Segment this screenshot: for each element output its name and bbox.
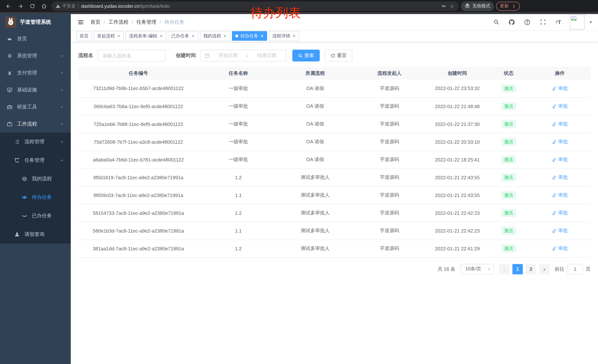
close-icon[interactable]: ✕ [159,33,163,38]
avatar[interactable] [570,15,585,29]
status-badge: 激活 [501,226,516,235]
approve-link[interactable]: 审批 [552,227,568,234]
date-range-picker[interactable]: 开始日期 - 结束日期 [200,50,286,61]
close-icon[interactable]: ✕ [292,33,296,38]
password-key-icon[interactable] [441,3,447,9]
app-shell: 芋道管理系统 首页 系统管理 ¥ 支付管理 基础设施 [0,14,598,364]
browser-home-button[interactable] [39,1,49,11]
cell-actions: 审批 [529,115,590,133]
cell-status: 激活 [488,222,529,240]
edit-pencil-icon [552,246,557,251]
breadcrumb-task-mgmt[interactable]: 任务管理 [137,19,157,25]
prev-page-button[interactable]: ‹ [499,264,509,274]
help-icon[interactable] [523,18,531,26]
approve-link[interactable]: 审批 [552,85,568,92]
approve-link[interactable]: 审批 [552,210,568,216]
approve-label: 审批 [558,85,568,92]
next-page-button[interactable]: › [539,264,549,274]
goto-page-input[interactable] [567,264,583,274]
table-row: 73211d9d-7b9b-11ec-b5b7-acde48001122 一级审… [78,80,590,97]
approve-link[interactable]: 审批 [552,192,568,198]
sidebar-item-label: 研发工具 [17,104,55,110]
tab-todo-tasks[interactable]: 待办任务✕ [232,31,267,41]
table-row: 8f0d1619-7ac8-11ec-a9e2-a2380e71991a 1.2… [78,169,590,186]
cell-initiator: 芋道源码 [352,80,427,97]
sidebar-item-devtools[interactable]: 研发工具 [0,98,71,115]
cell-status: 激活 [488,169,529,186]
range-separator: - [247,53,248,58]
cell-process: 测试多审批人 [278,204,352,222]
page-button-2[interactable]: 2 [526,264,536,274]
bookmark-star-icon[interactable]: ☆ [450,4,454,9]
font-size-icon[interactable]: TT [554,18,562,26]
sidebar-item-payment[interactable]: ¥ 支付管理 [0,65,71,81]
browser-forward-button[interactable] [16,1,25,11]
filter-bar: 流程名 创建时间 开始日期 - 结束日期 搜索 [78,50,590,61]
approve-link[interactable]: 审批 [552,103,568,110]
table-row: 381aa1dd-7ac8-11ec-a9e2-a2380e71991a 1.2… [78,240,590,257]
edit-pencil-icon [552,228,557,233]
sidebar-item-leave-query[interactable]: 请假查询 [0,225,71,244]
sidebar-item-workflow[interactable]: 工作流程 [0,115,71,133]
page-size-select[interactable]: 10条/页 ▼ [461,264,494,274]
tab-my-process[interactable]: 我的流程✕ [200,31,230,41]
approve-label: 审批 [558,156,568,163]
cell-actions: 审批 [529,97,590,115]
breadcrumb-separator: / [132,19,133,25]
sidebar-item-todo-tasks[interactable]: 待办任务 [0,188,71,207]
approve-link[interactable]: 审批 [552,245,568,252]
gear-icon [7,53,13,59]
sidebar-item-system[interactable]: 系统管理 [0,47,71,65]
sidebar-item-done-tasks[interactable]: 已办任务 [0,207,71,225]
tab-label: 首页 [80,33,89,39]
briefcase-icon [7,121,13,127]
sidebar-item-process-mgmt[interactable]: 流程管理 [0,133,71,151]
approve-label: 审批 [558,121,568,127]
cell-initiator: 芋道源码 [352,222,427,240]
tab-home[interactable]: 首页 [76,31,92,41]
process-name-input[interactable] [98,50,166,61]
cell-process: OA 请假 [278,115,352,133]
cell-status: 激活 [488,186,529,204]
tab-process-detail[interactable]: 流程详情✕ [269,31,299,41]
search-button[interactable]: 搜索 [292,50,320,61]
sidebar-item-label: 待办任务 [32,194,64,201]
browser-reload-button[interactable] [27,1,37,11]
security-warning[interactable]: 不安全 [56,3,75,9]
close-icon[interactable]: ✕ [117,33,120,38]
browser-update-button[interactable]: 更新 ⋮ [496,2,520,11]
close-icon[interactable]: ✕ [223,33,227,38]
breadcrumb-home[interactable]: 首页 [91,19,100,25]
tab-form-edit[interactable]: 流程表单-编辑✕ [126,31,166,41]
table-row: 580e1b3d-7ac8-11ec-a9e2-a2380e71991a 1.1… [78,222,590,240]
search-icon[interactable] [492,18,500,26]
close-icon[interactable]: ✕ [260,33,264,38]
tab-done-tasks[interactable]: 已办任务✕ [168,31,198,41]
sidebar-filler [0,244,71,364]
sidebar-logo-row[interactable]: 芋道管理系统 [0,14,71,30]
approve-link[interactable]: 审批 [552,156,568,163]
approve-link[interactable]: 审批 [552,174,568,181]
approve-link[interactable]: 审批 [552,121,568,127]
cell-create-time: 2022-01-22 20:33:10 [427,133,488,151]
breadcrumb-separator: / [160,19,161,25]
sidebar-item-infrastructure[interactable]: 基础设施 [0,81,71,98]
reset-button[interactable]: 重置 [325,50,352,61]
browser-menu-icon[interactable]: ⋮ [512,4,516,9]
col-status: 状态 [488,67,529,80]
approve-link[interactable]: 审批 [552,138,568,145]
sidebar-item-home[interactable]: 首页 [0,30,71,47]
create-time-label: 创建时间 [176,52,196,59]
tab-start-process[interactable]: 发起流程✕ [94,31,124,41]
breadcrumb-workflow[interactable]: 工作流程 [108,19,128,25]
page-button-1[interactable]: 1 [512,264,523,274]
github-icon[interactable] [507,18,516,26]
sidebar-item-my-process[interactable]: 我的流程 [0,170,71,188]
fullscreen-icon[interactable] [539,18,547,26]
avatar-caret-icon[interactable]: ▼ [589,20,592,24]
close-icon[interactable]: ✕ [191,33,195,38]
sidebar-fold-button[interactable] [76,18,85,26]
cell-create-time: 2022-01-21 22:42:23 [427,222,488,240]
browser-back-button[interactable] [4,1,13,11]
sidebar-item-task-mgmt[interactable]: 任务管理 [0,151,71,170]
